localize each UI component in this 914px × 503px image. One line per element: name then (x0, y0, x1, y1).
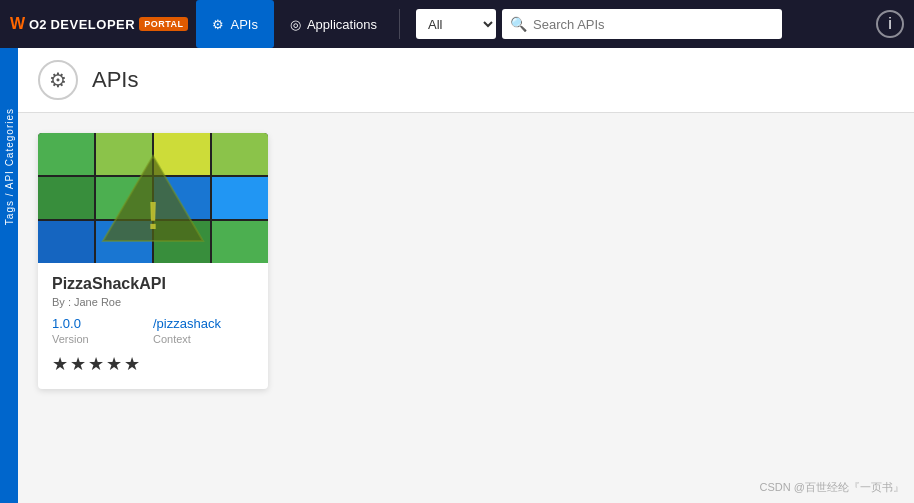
nav-applications-button[interactable]: ◎ Applications (274, 0, 393, 48)
card-author: By : Jane Roe (52, 296, 254, 308)
watermark: CSDN @百世经纶『一页书』 (760, 480, 904, 495)
cards-area: ! PizzaShackAPI By : Jane Roe 1.0.0 /piz… (18, 113, 914, 409)
page-header-icon: ⚙ (38, 60, 78, 100)
navbar: W O2 DEVELOPER PORTAL ⚙ APIs ◎ Applicati… (0, 0, 914, 48)
page-title: APIs (92, 67, 138, 93)
search-box: 🔍 (502, 9, 782, 39)
search-input[interactable] (533, 17, 774, 32)
search-area: All REST SOAP GraphQL 🔍 (416, 9, 876, 39)
api-card[interactable]: ! PizzaShackAPI By : Jane Roe 1.0.0 /piz… (38, 133, 268, 389)
card-version-label: Version (52, 333, 153, 345)
card-triangle-overlay: ! (38, 133, 268, 263)
logo-w-icon: W (10, 15, 25, 33)
card-context-value: /pizzashack (153, 316, 254, 331)
card-info: PizzaShackAPI By : Jane Roe 1.0.0 /pizza… (38, 263, 268, 389)
search-icon: 🔍 (510, 16, 527, 32)
side-tab-label: Tags / API Categories (4, 108, 15, 225)
card-context-label: Context (153, 333, 254, 345)
card-version-value: 1.0.0 (52, 316, 153, 331)
svg-text:!: ! (147, 195, 160, 237)
info-icon: i (888, 15, 892, 33)
main-content: ⚙ APIs ! Pizz (18, 48, 914, 503)
side-tab[interactable]: Tags / API Categories (0, 48, 18, 503)
logo-developer-text: DEVELOPER (50, 17, 135, 32)
card-thumbnail: ! (38, 133, 268, 263)
nav-applications-label: Applications (307, 17, 377, 32)
gear-icon: ⚙ (49, 68, 67, 92)
logo-area: W O2 DEVELOPER PORTAL (10, 15, 188, 33)
card-meta: 1.0.0 /pizzashack Version Context (52, 316, 254, 345)
nav-divider (399, 9, 400, 39)
portal-badge: PORTAL (139, 17, 188, 31)
card-name: PizzaShackAPI (52, 275, 254, 293)
globe-nav-icon: ◎ (290, 17, 301, 32)
nav-apis-button[interactable]: ⚙ APIs (196, 0, 273, 48)
gear-nav-icon: ⚙ (212, 17, 224, 32)
logo-o2-text: O2 (29, 17, 46, 32)
card-stars: ★★★★★ (52, 353, 254, 375)
page-wrapper: Tags / API Categories ⚙ APIs ! (0, 48, 914, 503)
filter-select[interactable]: All REST SOAP GraphQL (416, 9, 496, 39)
nav-apis-label: APIs (230, 17, 257, 32)
warning-triangle-icon: ! (98, 151, 208, 246)
info-button[interactable]: i (876, 10, 904, 38)
page-header: ⚙ APIs (18, 48, 914, 113)
